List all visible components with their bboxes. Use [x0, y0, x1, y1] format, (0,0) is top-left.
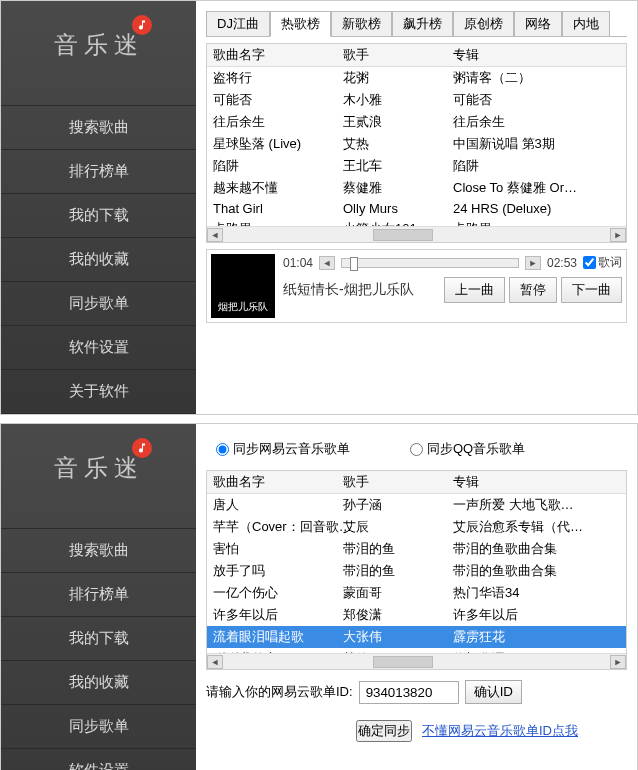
- progress-bar[interactable]: [341, 258, 519, 268]
- nav-0[interactable]: 搜索歌曲: [1, 528, 196, 573]
- scroll-left-icon[interactable]: ◄: [207, 655, 223, 669]
- sync-source-radios: 同步网易云音乐歌单 同步QQ音乐歌单: [206, 434, 627, 464]
- seek-back-icon[interactable]: ◄: [319, 256, 335, 270]
- table-row[interactable]: 唐人 孙子涵 一声所爱 大地飞歌…: [207, 494, 626, 516]
- sync-button[interactable]: 确定同步: [356, 720, 412, 742]
- scroll-thumb[interactable]: [373, 656, 433, 668]
- app-window-1: 音乐迷 搜索歌曲排行榜单我的下载我的收藏同步歌单软件设置关于软件 DJ江曲热歌榜…: [0, 0, 638, 415]
- nav-0[interactable]: 搜索歌曲: [1, 105, 196, 150]
- nav-2[interactable]: 我的下载: [1, 617, 196, 661]
- prev-button[interactable]: 上一曲: [444, 277, 505, 303]
- cell-song: 盗将行: [213, 69, 343, 87]
- main-panel-2: 同步网易云音乐歌单 同步QQ音乐歌单 歌曲名字 歌手 专辑 唐人 孙子涵 一声所…: [196, 424, 637, 770]
- cell-song: That Girl: [213, 201, 343, 216]
- table-row[interactable]: 越来越不懂 蔡健雅 Close To 蔡健雅 Or…: [207, 177, 626, 199]
- radio-qq-input[interactable]: [410, 443, 423, 456]
- tab-6[interactable]: 内地: [562, 11, 610, 36]
- cell-song: 陷阱: [213, 157, 343, 175]
- table-row[interactable]: 可能否 木小雅 可能否: [207, 89, 626, 111]
- cell-album: 陷阱: [453, 157, 620, 175]
- table-row[interactable]: That Girl Olly Murs 24 HRS (Deluxe): [207, 199, 626, 218]
- scroll-left-icon[interactable]: ◄: [207, 228, 223, 242]
- cell-artist: Olly Murs: [343, 201, 453, 216]
- cell-artist: 花粥: [343, 69, 453, 87]
- nav-5[interactable]: 软件设置: [1, 749, 196, 770]
- nav-6[interactable]: 关于软件: [1, 370, 196, 414]
- sidebar: 音乐迷 搜索歌曲排行榜单我的下载我的收藏同步歌单软件设置关于软件: [1, 424, 196, 770]
- nav-3[interactable]: 我的收藏: [1, 238, 196, 282]
- radio-netease-input[interactable]: [216, 443, 229, 456]
- lyrics-checkbox[interactable]: 歌词: [583, 254, 622, 271]
- scroll-right-icon[interactable]: ►: [610, 655, 626, 669]
- cell-album: 中国新说唱 第3期: [453, 135, 620, 153]
- cell-song: 一百万个可能: [213, 242, 343, 243]
- now-playing: 纸短情长-烟把儿乐队: [283, 281, 440, 299]
- help-link[interactable]: 不懂网易云音乐歌单ID点我: [422, 722, 578, 740]
- table-row[interactable]: 陷阱 王北车 陷阱: [207, 155, 626, 177]
- music-note-icon: [132, 438, 152, 458]
- cell-song: 星球坠落 (Live): [213, 135, 343, 153]
- radio-netease[interactable]: 同步网易云音乐歌单: [216, 440, 350, 458]
- cell-song: 害怕: [213, 540, 343, 558]
- table-header: 歌曲名字 歌手 专辑: [207, 44, 626, 67]
- album-art: 烟把儿乐队: [211, 254, 275, 318]
- next-button[interactable]: 下一曲: [561, 277, 622, 303]
- cell-album: 一声所爱 大地飞歌…: [453, 496, 620, 514]
- cell-artist: 大张伟: [343, 628, 453, 646]
- nav-1[interactable]: 排行榜单: [1, 573, 196, 617]
- tab-1[interactable]: 热歌榜: [270, 11, 331, 37]
- cell-album: Close To 蔡健雅 Or…: [453, 179, 620, 197]
- cell-album: 24 HRS (Deluxe): [453, 201, 620, 216]
- table-row[interactable]: 星球坠落 (Live) 艾热 中国新说唱 第3期: [207, 133, 626, 155]
- playlist-id-input[interactable]: [359, 681, 459, 704]
- time-current: 01:04: [283, 256, 313, 270]
- col-album[interactable]: 专辑: [453, 46, 620, 64]
- cell-album: 可能否: [453, 91, 620, 109]
- cell-artist: 王贰浪: [343, 113, 453, 131]
- tab-bar: DJ江曲热歌榜新歌榜飙升榜原创榜网络内地: [206, 11, 627, 37]
- progress-handle[interactable]: [350, 257, 358, 271]
- cell-album: 许多年以后: [453, 606, 620, 624]
- nav-1[interactable]: 排行榜单: [1, 150, 196, 194]
- col-artist[interactable]: 歌手: [343, 473, 453, 491]
- table-row[interactable]: 放手了吗 带泪的鱼 带泪的鱼歌曲合集: [207, 560, 626, 582]
- table-row[interactable]: 芊芊（Cover：回音歌… 艾辰 艾辰治愈系专辑（代…: [207, 516, 626, 538]
- table-row[interactable]: 盗将行 花粥 粥请客（二）: [207, 67, 626, 89]
- id-label: 请输入你的网易云歌单ID:: [206, 683, 353, 701]
- scroll-thumb[interactable]: [373, 229, 433, 241]
- nav-2[interactable]: 我的下载: [1, 194, 196, 238]
- radio-qq[interactable]: 同步QQ音乐歌单: [410, 440, 525, 458]
- table-row[interactable]: 流着眼泪唱起歌 大张伟 霹雳狂花: [207, 626, 626, 648]
- pause-button[interactable]: 暂停: [509, 277, 557, 303]
- confirm-id-button[interactable]: 确认ID: [465, 680, 522, 704]
- lyrics-check-input[interactable]: [583, 256, 596, 269]
- cell-song: 越来越不懂: [213, 179, 343, 197]
- tab-5[interactable]: 网络: [514, 11, 562, 36]
- nav-4[interactable]: 同步歌单: [1, 282, 196, 326]
- tab-0[interactable]: DJ江曲: [206, 11, 270, 36]
- col-artist[interactable]: 歌手: [343, 46, 453, 64]
- table-row[interactable]: 害怕 带泪的鱼 带泪的鱼歌曲合集: [207, 538, 626, 560]
- col-album[interactable]: 专辑: [453, 473, 620, 491]
- tab-4[interactable]: 原创榜: [453, 11, 514, 36]
- cell-album: 一百万个可能: [453, 242, 620, 243]
- col-song[interactable]: 歌曲名字: [213, 46, 343, 64]
- table-row[interactable]: 往后余生 王贰浪 往后余生: [207, 111, 626, 133]
- horizontal-scrollbar[interactable]: ◄ ►: [207, 226, 626, 242]
- scroll-right-icon[interactable]: ►: [610, 228, 626, 242]
- nav-4[interactable]: 同步歌单: [1, 705, 196, 749]
- cell-artist: 带泪的鱼: [343, 540, 453, 558]
- cell-song: 唐人: [213, 496, 343, 514]
- cell-artist: 蔡健雅: [343, 179, 453, 197]
- nav-5[interactable]: 软件设置: [1, 326, 196, 370]
- tab-2[interactable]: 新歌榜: [331, 11, 392, 36]
- table-row[interactable]: 许多年以后 郑俊潇 许多年以后: [207, 604, 626, 626]
- horizontal-scrollbar[interactable]: ◄ ►: [207, 653, 626, 669]
- nav-3[interactable]: 我的收藏: [1, 661, 196, 705]
- player: 烟把儿乐队 01:04 ◄ ► 02:53 歌词 纸短情长-烟把儿乐队 上一曲 …: [206, 249, 627, 323]
- table-row[interactable]: 一亿个伤心 蒙面哥 热门华语34: [207, 582, 626, 604]
- playlist-id-row: 请输入你的网易云歌单ID: 确认ID: [206, 676, 627, 708]
- seek-fwd-icon[interactable]: ►: [525, 256, 541, 270]
- tab-3[interactable]: 飙升榜: [392, 11, 453, 36]
- col-song[interactable]: 歌曲名字: [213, 473, 343, 491]
